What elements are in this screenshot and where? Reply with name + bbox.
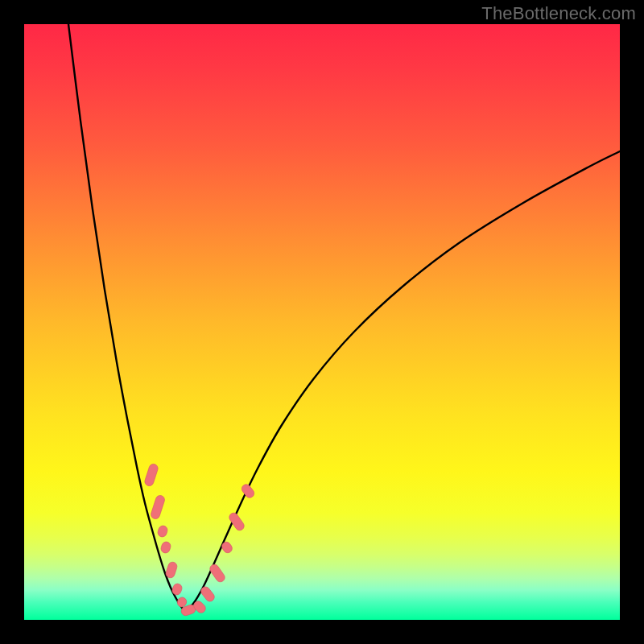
curve-left-branch (68, 24, 185, 612)
data-marker (150, 494, 166, 520)
data-marker (160, 541, 172, 555)
data-marker (220, 540, 233, 555)
chart-container: { "watermark": "TheBottleneck.com", "col… (0, 0, 644, 644)
curve-right-branch (185, 151, 620, 612)
plot-area (24, 24, 620, 620)
curve-layer (24, 24, 620, 620)
data-marker (157, 525, 169, 539)
data-marker (208, 563, 227, 584)
data-marker (165, 561, 179, 579)
watermark-text: TheBottleneck.com (481, 3, 636, 24)
data-marker (240, 483, 256, 500)
data-marker (143, 463, 159, 487)
